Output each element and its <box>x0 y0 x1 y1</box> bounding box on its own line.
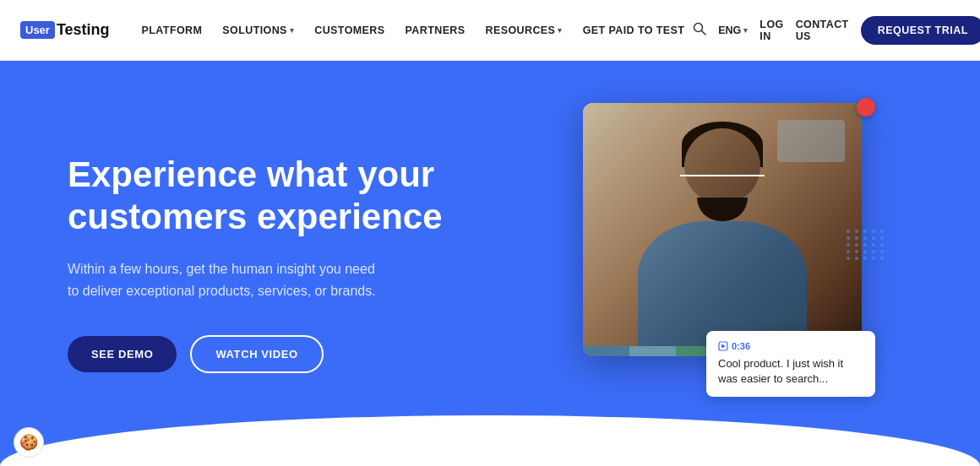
nav-right: ENG ▾ LOG IN CONTACT US REQUEST TRIAL <box>693 16 980 45</box>
solutions-chevron-icon: ▾ <box>290 26 294 35</box>
nav-solutions[interactable]: SOLUTIONS ▾ <box>214 19 302 41</box>
logo-text: Testing <box>57 21 110 39</box>
nav-get-paid[interactable]: GET PAID TO TEST <box>574 19 694 41</box>
record-dot <box>857 98 875 116</box>
feedback-timestamp: 0:36 <box>718 341 863 351</box>
watch-video-button[interactable]: WATCH VIDEO <box>190 335 323 373</box>
hero-subtext: Within a few hours, get the human insigh… <box>68 258 389 301</box>
navbar: User Testing PLATFORM SOLUTIONS ▾ CUSTOM… <box>0 0 980 61</box>
hero-buttons: SEE DEMO WATCH VIDEO <box>68 335 490 373</box>
hero-content: Experience what your customers experienc… <box>68 154 490 374</box>
nav-links: PLATFORM SOLUTIONS ▾ CUSTOMERS PARTNERS … <box>133 19 694 41</box>
logo[interactable]: User Testing <box>20 21 110 39</box>
login-button[interactable]: LOG IN <box>760 19 783 42</box>
person-image <box>583 103 862 356</box>
hero-headline: Experience what your customers experienc… <box>68 154 490 239</box>
play-icon <box>718 341 728 351</box>
nav-resources[interactable]: RESOURCES ▾ <box>477 19 571 41</box>
cookie-consent-icon[interactable]: 🍪 <box>14 427 44 458</box>
lang-chevron-icon: ▾ <box>743 26 748 35</box>
svg-line-1 <box>702 30 706 35</box>
feedback-text: Cool product. I just wish it was easier … <box>718 356 863 387</box>
dots-pattern <box>847 230 885 260</box>
language-selector[interactable]: ENG ▾ <box>718 24 748 36</box>
person-head <box>684 128 760 204</box>
nav-partners[interactable]: PARTNERS <box>397 19 474 41</box>
request-trial-button[interactable]: REQUEST TRIAL <box>861 16 980 45</box>
nav-customers[interactable]: CUSTOMERS <box>306 19 393 41</box>
contact-us-button[interactable]: CONTACT US <box>796 19 849 42</box>
hero-visual: 0:36 Cool product. I just wish it was ea… <box>490 61 912 466</box>
see-demo-button[interactable]: SEE DEMO <box>68 336 177 372</box>
logo-box: User <box>20 21 55 39</box>
feedback-card: 0:36 Cool product. I just wish it was ea… <box>706 331 875 397</box>
hero-section: Experience what your customers experienc… <box>0 61 980 466</box>
search-icon[interactable] <box>693 22 706 39</box>
svg-marker-3 <box>721 344 726 348</box>
nav-platform[interactable]: PLATFORM <box>133 19 211 41</box>
resources-chevron-icon: ▾ <box>558 26 562 35</box>
video-card <box>583 103 862 356</box>
earphone-cord <box>680 175 765 176</box>
